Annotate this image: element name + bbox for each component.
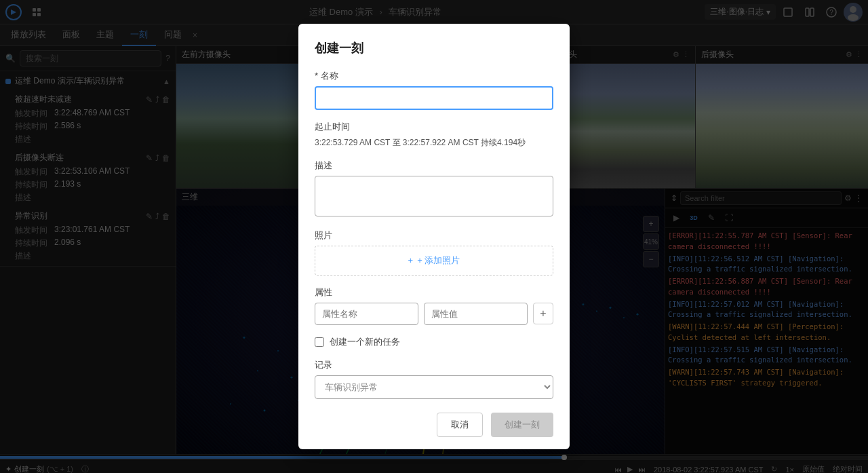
modal-attr-label: 属性	[315, 286, 553, 299]
modal-record-label: 记录	[315, 359, 553, 371]
modal-task-field: 创建一个新的任务	[315, 336, 553, 348]
modal-name-input[interactable]	[315, 86, 553, 110]
modal-title: 创建一刻	[315, 40, 553, 56]
modal-time-field: 起止时间 3:22:53.729 AM CST 至 3:22:57.922 AM…	[315, 121, 553, 149]
modal-record-field: 记录 车辆识别异常	[315, 359, 553, 399]
modal-desc-label: 描述	[315, 159, 553, 172]
modal-desc-field: 描述	[315, 159, 553, 219]
attr-value-input[interactable]	[424, 303, 528, 325]
add-attr-button[interactable]: +	[533, 303, 553, 324]
attr-name-input[interactable]	[315, 303, 418, 325]
modal-record-select[interactable]: 车辆识别异常	[315, 375, 553, 399]
modal-desc-input[interactable]	[315, 176, 553, 216]
modal-time-value: 3:22:53.729 AM CST 至 3:22:57.922 AM CST …	[315, 137, 553, 149]
new-task-row: 创建一个新的任务	[315, 336, 553, 348]
plus-photo-icon: +	[408, 255, 414, 265]
add-photo-button[interactable]: + + 添加照片	[315, 246, 553, 276]
modal-time-label: 起止时间	[315, 121, 553, 133]
new-task-checkbox[interactable]	[315, 337, 324, 347]
create-moment-modal: 创建一刻 * 名称 起止时间 3:22:53.729 AM CST 至 3:22…	[298, 24, 570, 449]
cancel-button[interactable]: 取消	[437, 413, 483, 437]
attr-row: +	[315, 303, 553, 325]
modal-name-field: * 名称	[315, 70, 553, 110]
modal-name-label: * 名称	[315, 70, 553, 82]
modal-photo-field: 照片 + + 添加照片	[315, 229, 553, 276]
modal-photo-label: 照片	[315, 229, 553, 242]
modal-overlay: 创建一刻 * 名称 起止时间 3:22:53.729 AM CST 至 3:22…	[0, 0, 868, 473]
modal-attr-field: 属性 +	[315, 286, 553, 325]
create-button[interactable]: 创建一刻	[491, 413, 553, 437]
modal-actions: 取消 创建一刻	[315, 413, 553, 437]
